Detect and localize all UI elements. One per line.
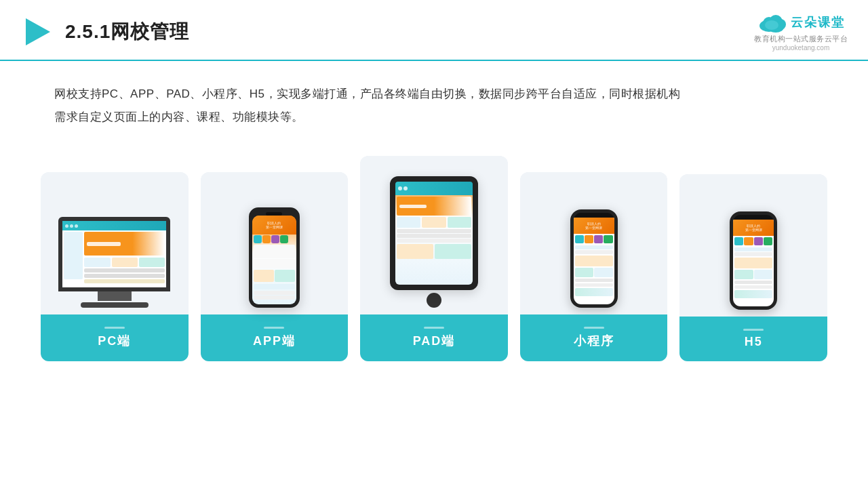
logo-cloud: 云朵课堂	[757, 12, 845, 33]
pc-device	[58, 217, 170, 308]
app-icons-row	[252, 235, 296, 244]
card-pc-label: PC端	[41, 314, 189, 361]
icon2	[262, 235, 271, 243]
card-h5-label: H5	[679, 317, 827, 361]
cloud-icon	[757, 12, 787, 33]
mr2	[575, 250, 613, 254]
mr4	[575, 279, 613, 282]
pc2	[422, 217, 446, 228]
mini-banner: 职涯人的第一堂网课	[574, 218, 614, 234]
mi1	[575, 235, 584, 243]
page-title: 2.5.1网校管理	[65, 19, 189, 45]
description-line2: 需求自定义页面上的内容、课程、功能模块等。	[54, 106, 814, 129]
app-row4	[254, 296, 295, 300]
mc2	[594, 268, 613, 277]
hr6	[734, 290, 772, 298]
pr1	[397, 229, 471, 233]
pr2	[397, 234, 471, 238]
sim3	[139, 258, 165, 267]
card-app: 职涯人的第一堂网课	[201, 172, 349, 361]
mr1	[575, 245, 613, 249]
logo-name: 云朵课堂	[791, 14, 845, 30]
label-line	[743, 329, 764, 331]
mini-screen: 职涯人的第一堂网课	[574, 218, 614, 308]
card-pad-image	[360, 156, 508, 308]
pad-cards	[397, 217, 471, 228]
pc1	[397, 217, 420, 228]
logo-tagline: 教育机构一站式服务云平台	[754, 34, 848, 44]
app-block1	[254, 245, 295, 258]
pc-monitor	[58, 217, 170, 291]
pad-banner-text	[399, 205, 427, 208]
mr3	[575, 256, 613, 266]
pc3	[448, 217, 471, 228]
pad-banner	[397, 197, 471, 216]
app-row	[252, 269, 296, 283]
cards-section: PC端 职涯人的第一堂网课	[0, 136, 868, 382]
card-pc: PC端	[41, 172, 189, 361]
h5-phone-body: 职涯人的第一堂网课	[730, 211, 777, 310]
header-left: 2.5.1网校管理	[20, 16, 189, 48]
mr5	[575, 283, 613, 287]
hr4	[734, 281, 772, 284]
prc2	[435, 244, 471, 259]
mini-icons	[574, 234, 614, 245]
h5-row	[733, 270, 774, 279]
label-line	[104, 327, 125, 329]
h5-icons	[733, 236, 774, 247]
hr1	[734, 247, 772, 251]
pad-screen	[395, 182, 473, 285]
hc1	[734, 270, 753, 279]
pad-home-button	[427, 293, 441, 308]
hr2	[734, 252, 772, 256]
dot2	[70, 224, 73, 228]
svg-marker-0	[26, 18, 50, 45]
description-line1: 网校支持PC、APP、PAD、小程序、H5，实现多端打通，产品各终端自由切换，数…	[54, 83, 814, 106]
header: 2.5.1网校管理 云朵课堂 教育机构一站式服务云平台 yunduoketang…	[0, 0, 868, 61]
description-text: 网校支持PC、APP、PAD、小程序、H5，实现多端打通，产品各终端自由切换，数…	[0, 61, 868, 136]
hc2	[754, 270, 773, 279]
pc-base	[81, 302, 149, 308]
app-phone-body: 职涯人的第一堂网课	[249, 207, 300, 308]
mini-phone-body: 职涯人的第一堂网课	[570, 209, 618, 308]
mr6	[575, 288, 613, 296]
icon4	[280, 235, 288, 243]
app-block2	[254, 259, 295, 268]
pad-tablet-body	[390, 176, 478, 290]
banner-sim	[87, 242, 121, 246]
pc-banner	[84, 232, 165, 256]
h5-phone: 职涯人的第一堂网课	[730, 211, 777, 310]
card-pad: PAD端	[360, 156, 508, 361]
p-dot1	[398, 186, 402, 190]
app-phone: 职涯人的第一堂网课	[249, 207, 300, 308]
sim2	[112, 258, 138, 267]
card-h5-image: 职涯人的第一堂网课	[679, 174, 827, 310]
pc-stand	[98, 291, 132, 301]
mi2	[585, 235, 593, 243]
mi3	[594, 235, 603, 243]
pad-tablet	[390, 176, 478, 308]
card-miniprogram: 职涯人的第一堂网课	[520, 172, 668, 361]
label-line	[264, 327, 284, 329]
pc-screen-header	[62, 221, 166, 230]
label-line	[584, 327, 604, 329]
mi4	[604, 235, 612, 243]
card-mini-image: 职涯人的第一堂网课	[520, 172, 668, 308]
dot1	[65, 224, 68, 228]
row1	[84, 268, 165, 272]
h4	[764, 237, 772, 245]
mini-phone: 职涯人的第一堂网课	[570, 209, 618, 308]
hr5	[734, 285, 772, 289]
app-card2	[275, 270, 295, 282]
card-pad-label: PAD端	[360, 314, 508, 361]
sim1	[84, 258, 110, 267]
play-icon	[20, 16, 53, 48]
row2	[84, 274, 165, 278]
h2	[744, 237, 753, 245]
label-line	[424, 327, 444, 329]
h5-banner: 职涯人的第一堂网课	[733, 220, 774, 236]
pc-cards-row	[84, 258, 165, 267]
pad-topbar	[395, 182, 473, 195]
mini-row	[574, 268, 614, 277]
app-row3	[254, 291, 295, 295]
